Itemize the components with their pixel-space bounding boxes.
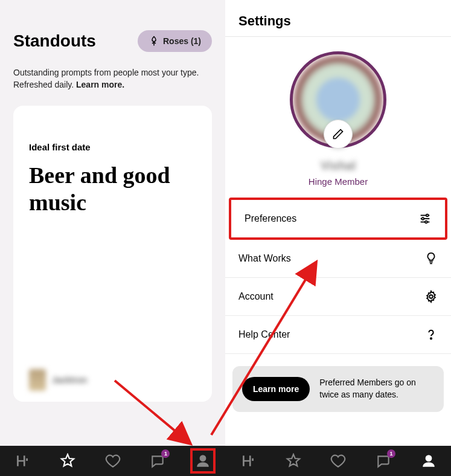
edit-profile-button[interactable]: [324, 120, 353, 149]
rose-icon: [149, 36, 159, 47]
prompt-card[interactable]: Ideal first date Beer and good music Jac…: [13, 106, 212, 402]
bottom-nav: 1 1: [0, 446, 451, 476]
nav-matches-icon[interactable]: 1: [147, 451, 168, 471]
menu-item-help-center[interactable]: Help Center: [225, 316, 451, 354]
nav-likes-icon[interactable]: [328, 451, 348, 471]
svg-point-6: [429, 295, 433, 298]
lightbulb-icon: [424, 252, 438, 265]
svg-point-8: [200, 455, 206, 461]
svg-point-1: [426, 214, 429, 217]
sliders-icon: [418, 212, 432, 225]
learn-more-link[interactable]: Learn more.: [76, 80, 124, 89]
profile-area: Vishal Hinge Member: [225, 37, 451, 198]
card-author: Jacktron: [29, 369, 87, 391]
nav-standouts-icon[interactable]: [283, 451, 304, 471]
settings-title: Settings: [225, 13, 451, 36]
menu-label: Preferences: [245, 213, 296, 224]
avatar-ring: [290, 51, 386, 148]
gear-icon: [424, 290, 438, 303]
promo-text: Preferred Members go on twice as many da…: [319, 377, 434, 400]
roses-label: Roses (1): [163, 36, 201, 46]
nav-hinge-icon[interactable]: [238, 451, 258, 471]
svg-point-7: [430, 338, 432, 339]
nav-profile-icon[interactable]: [418, 451, 439, 471]
author-name: Jacktron: [52, 375, 87, 385]
standouts-title: Standouts: [13, 31, 96, 51]
nav-hinge-icon[interactable]: [12, 451, 33, 471]
profile-name: Vishal: [321, 159, 356, 173]
svg-point-5: [425, 221, 427, 224]
settings-screen: Settings Vishal Hinge Member Preferences…: [225, 0, 451, 446]
nav-matches-icon[interactable]: 1: [373, 451, 394, 471]
nav-profile-icon[interactable]: [193, 451, 213, 471]
roses-chip[interactable]: Roses (1): [138, 30, 212, 52]
prompt-label: Ideal first date: [29, 142, 196, 152]
nav-likes-icon[interactable]: [103, 451, 123, 471]
standouts-subtitle: Outstanding prompts from people most you…: [13, 66, 212, 91]
promo-learn-more-button[interactable]: Learn more: [242, 377, 310, 401]
menu-label: What Works: [238, 253, 291, 264]
pencil-icon: [332, 128, 344, 140]
nav-badge: 1: [161, 449, 170, 458]
prompt-answer: Beer and good music: [29, 162, 196, 217]
nav-standouts-icon[interactable]: [57, 451, 78, 471]
promo-box: Learn more Preferred Members go on twice…: [232, 366, 444, 412]
svg-point-9: [426, 455, 431, 461]
question-icon: [424, 328, 438, 341]
menu-label: Account: [238, 291, 273, 302]
standouts-screen: Standouts Roses (1) Outstanding prompts …: [0, 0, 225, 446]
menu-item-preferences[interactable]: Preferences: [229, 198, 447, 240]
member-label: Hinge Member: [309, 176, 368, 187]
author-avatar: [29, 369, 46, 391]
menu-label: Help Center: [238, 329, 290, 340]
menu-item-account[interactable]: Account: [225, 278, 451, 316]
menu-item-what-works[interactable]: What Works: [225, 240, 451, 278]
nav-badge: 1: [387, 449, 395, 458]
svg-point-3: [422, 217, 424, 220]
